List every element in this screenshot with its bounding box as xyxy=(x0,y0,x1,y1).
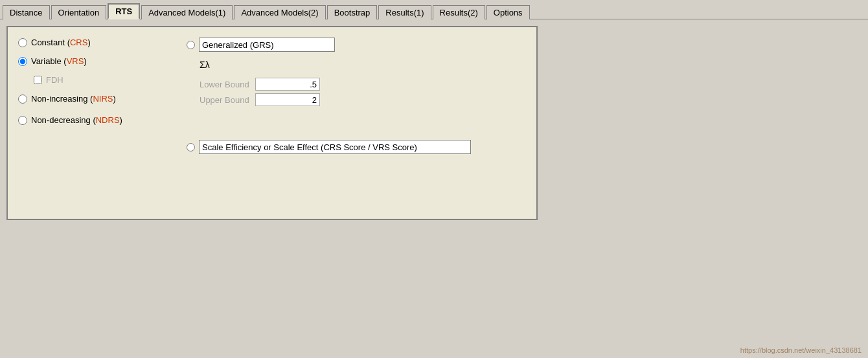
constant-crs-radio[interactable] xyxy=(18,38,27,47)
tab-results2[interactable]: Results(2) xyxy=(433,5,485,19)
scale-efficiency-radio[interactable] xyxy=(187,143,195,151)
tab-orientation[interactable]: Orientation xyxy=(51,5,107,19)
nonincreasing-nirs-label: Non-increasing (NIRS) xyxy=(31,94,116,104)
panel-box: Constant (CRS) Variable (VRS) FDH xyxy=(6,26,538,220)
scale-efficiency-label xyxy=(199,140,471,154)
generalized-grs-label xyxy=(199,38,335,52)
lower-bound-input[interactable] xyxy=(255,78,320,91)
nondecreasing-ndrs-radio[interactable] xyxy=(18,116,27,125)
fdh-label: FDH xyxy=(46,75,63,85)
generalized-grs-row xyxy=(187,38,471,52)
upper-bound-input[interactable] xyxy=(255,93,320,106)
scale-efficiency-row xyxy=(187,140,471,154)
nonincreasing-nirs-radio[interactable] xyxy=(18,95,27,104)
nondecreasing-ndrs-label: Non-decreasing (NDRS) xyxy=(31,115,122,125)
lower-bound-row: Lower Bound xyxy=(200,78,471,91)
sigma-lambda-label: Σλ xyxy=(200,60,218,70)
upper-bound-row: Upper Bound xyxy=(200,93,471,106)
tab-distance[interactable]: Distance xyxy=(3,5,50,19)
sigma-lambda-row: Σλ xyxy=(200,60,471,70)
panel-inner: Constant (CRS) Variable (VRS) FDH xyxy=(18,38,526,154)
fdh-row: FDH xyxy=(34,75,161,85)
tab-options[interactable]: Options xyxy=(486,5,530,19)
generalized-grs-radio[interactable] xyxy=(187,41,195,49)
tab-bootstrap[interactable]: Bootstrap xyxy=(327,5,378,19)
tab-advanced1[interactable]: Advanced Models(1) xyxy=(141,5,233,19)
main-content: Constant (CRS) Variable (VRS) FDH xyxy=(0,19,868,350)
right-column: Σλ Lower Bound Upper Bound xyxy=(187,38,471,154)
variable-vrs-radio[interactable] xyxy=(18,57,27,66)
tab-bar: Distance Orientation RTS Advanced Models… xyxy=(0,0,868,19)
tab-rts[interactable]: RTS xyxy=(108,3,140,19)
lower-bound-label: Lower Bound xyxy=(200,80,251,89)
tab-advanced2[interactable]: Advanced Models(2) xyxy=(234,5,325,19)
constant-crs-row: Constant (CRS) xyxy=(18,38,161,47)
left-column: Constant (CRS) Variable (VRS) FDH xyxy=(18,38,161,154)
upper-bound-label: Upper Bound xyxy=(200,95,251,105)
fdh-checkbox[interactable] xyxy=(34,76,42,84)
scale-efficiency-input[interactable] xyxy=(199,140,471,154)
generalized-grs-input[interactable] xyxy=(199,38,335,52)
bound-section: Lower Bound Upper Bound xyxy=(200,78,471,106)
tab-results1[interactable]: Results(1) xyxy=(378,5,431,19)
constant-crs-label: Constant (CRS) xyxy=(31,38,91,47)
nondecreasing-ndrs-row: Non-decreasing (NDRS) xyxy=(18,115,161,125)
nonincreasing-nirs-row: Non-increasing (NIRS) xyxy=(18,94,161,104)
variable-vrs-label: Variable (VRS) xyxy=(31,56,87,66)
watermark: https://blog.csdn.net/weixin_43138681 xyxy=(740,346,862,354)
variable-vrs-row: Variable (VRS) xyxy=(18,56,161,66)
